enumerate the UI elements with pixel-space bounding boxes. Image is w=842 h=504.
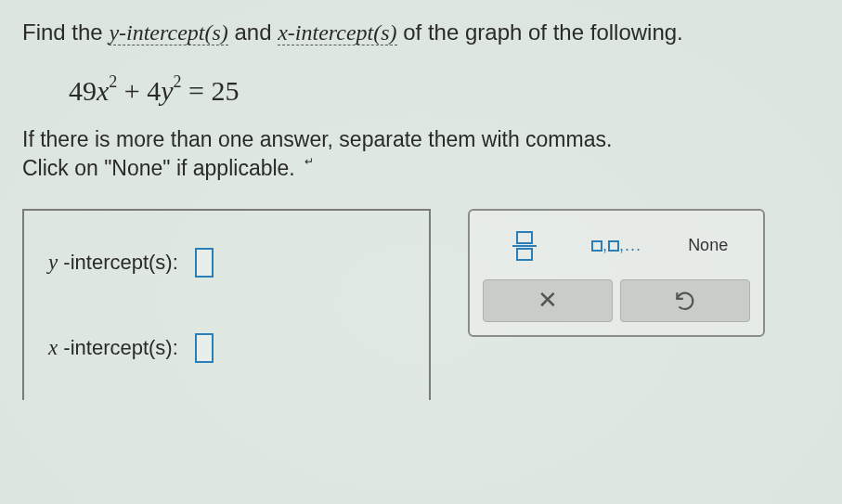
x-intercept-term[interactable]: x-intercept(s) [278,20,396,45]
question-prompt: Find the y-intercept(s) and x-intercept(… [22,17,820,49]
eq-coef-a: 49 [69,75,97,106]
undo-button[interactable] [620,279,750,322]
eq-coef-b: 4 [147,75,161,106]
eq-var-y: y [161,75,173,106]
eq-var-x: x [97,75,109,106]
fraction-icon [512,230,537,262]
none-label: None [688,236,728,255]
prompt-mid: and [228,19,278,45]
prompt-tail: of the graph of the following. [397,19,683,45]
list-tool[interactable]: ,,... [576,224,657,268]
y-intercept-input[interactable] [195,248,214,278]
fraction-tool[interactable] [484,224,565,268]
clear-button[interactable]: ✕ [483,279,613,322]
x-var: x [48,336,58,359]
eq-plus: + [117,75,147,106]
instructions-line1: If there is more than one answer, separa… [22,125,820,154]
eq-exp2: 2 [174,72,182,91]
equation: 49x2 + 4y2 = 25 [69,66,820,105]
eq-c: 25 [212,75,240,106]
y-label: -intercept(s): [58,251,178,274]
eq-equals: = [182,75,212,106]
close-icon: ✕ [538,286,558,315]
undo-icon [673,289,697,313]
list-icon: ,,... [591,236,641,255]
x-intercept-input[interactable] [195,333,214,363]
prompt-lead: Find the [22,19,109,45]
eq-exp1: 2 [109,72,117,91]
tool-palette: ,,... None ✕ [468,209,765,337]
x-intercept-row: x -intercept(s): [48,333,405,363]
y-intercept-row: y -intercept(s): [48,248,405,278]
none-button[interactable]: None [667,224,749,268]
y-intercept-term[interactable]: y-intercept(s) [109,20,227,45]
instructions-line2: Click on "None" if applicable. [22,156,295,180]
y-var: y [48,251,58,274]
answer-box: y -intercept(s): x -intercept(s): [22,209,431,400]
cursor-icon: ↵ [304,155,314,168]
instructions: If there is more than one answer, separa… [22,125,820,183]
x-label: -intercept(s): [58,336,178,359]
